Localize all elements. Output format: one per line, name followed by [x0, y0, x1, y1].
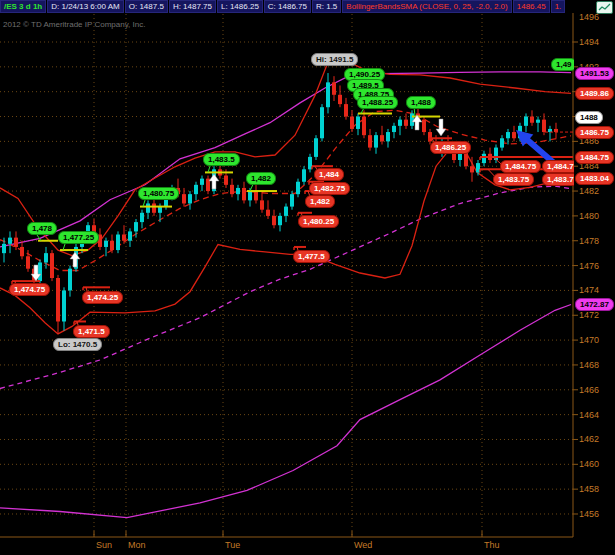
axis-price-bubble: 1472.87	[575, 298, 614, 311]
thinkorswim-chart-window: /ES 3 d 1h D: 1/24/13 6:00 AM O: 1487.5 …	[0, 0, 615, 555]
axis-price-bubble: 1489.86	[575, 87, 614, 100]
axis-annotation-layer: 1491.531489.8614881486.751484.751483.041…	[0, 0, 615, 555]
axis-price-bubble: 1486.75	[575, 126, 614, 139]
axis-price-bubble: 1488	[575, 111, 603, 124]
axis-price-bubble: 1484.75	[575, 151, 614, 164]
axis-price-bubble: 1491.53	[575, 67, 614, 80]
axis-price-bubble: 1483.04	[575, 172, 614, 185]
